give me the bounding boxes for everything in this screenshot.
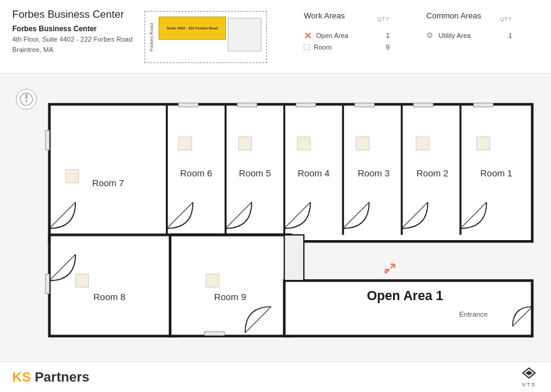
svg-rect-42: [239, 137, 252, 150]
vts-text: VTS: [522, 382, 536, 388]
svg-rect-29: [473, 103, 493, 107]
open-area-label: Open Area 1: [367, 288, 443, 303]
room9-label: Room 9: [214, 292, 246, 302]
legend-item-open-area: Open Area 1: [304, 31, 389, 40]
room7-label: Room 7: [92, 178, 124, 188]
svg-rect-33: [238, 103, 257, 107]
svg-marker-2: [25, 99, 28, 104]
svg-rect-30: [413, 103, 433, 107]
legend-item-utility: ⚙ Utility Area 1: [426, 31, 512, 40]
open-area-label: Open Area: [316, 32, 348, 39]
svg-rect-38: [477, 137, 490, 150]
svg-rect-35: [45, 130, 49, 150]
common-areas-qty-header: QTY: [500, 16, 512, 22]
svg-rect-45: [75, 274, 88, 287]
ks-partners-logo: KS Partners: [12, 369, 89, 385]
svg-rect-44: [66, 170, 78, 183]
utility-label: Utility Area: [438, 32, 471, 39]
svg-rect-39: [416, 137, 429, 150]
svg-rect-43: [179, 137, 192, 150]
room-qty: 9: [386, 43, 389, 51]
main-title: Forbes Business Center: [12, 9, 132, 21]
svg-rect-32: [296, 103, 316, 107]
room4-label: Room 4: [298, 168, 329, 178]
room3-label: Room 3: [358, 168, 389, 178]
svg-rect-37: [204, 331, 224, 335]
open-area-qty: 1: [386, 32, 389, 39]
vts-symbol: [519, 367, 539, 380]
entrance-label: Entrance: [459, 310, 488, 318]
utility-qty: 1: [508, 32, 512, 39]
work-areas-header: Work Areas QTY: [304, 11, 389, 26]
address-line2: Braintree, MA: [12, 46, 53, 53]
compass: N: [16, 89, 37, 110]
room-label: Room: [313, 43, 331, 51]
room5-label: Room 5: [239, 168, 271, 178]
svg-rect-6: [170, 235, 291, 336]
common-areas-header: Common Areas QTY: [426, 11, 512, 26]
legend-item-room: Room 9: [304, 43, 389, 51]
room2-label: Room 2: [416, 168, 448, 178]
svg-text:N: N: [25, 93, 28, 97]
mini-plan-road-label: Forbes Road: [145, 12, 157, 62]
svg-rect-34: [179, 103, 198, 107]
footer: KS Partners VTS: [0, 361, 551, 392]
mini-plan-highlight: Suite 4402 - 222 Forbes Road: [159, 17, 226, 40]
room8-label: Room 8: [94, 292, 126, 302]
address: 4th Floor, Suite 4402 - 222 Forbes Road …: [12, 34, 132, 55]
work-areas-title: Work Areas: [304, 11, 345, 20]
svg-rect-31: [354, 103, 374, 107]
legend: Work Areas QTY Open Area 1 Room 9: [304, 11, 539, 55]
mini-plan-right-section: [228, 18, 261, 51]
svg-rect-40: [356, 137, 369, 150]
sub-title: Forbes Business Center: [12, 24, 132, 33]
floorplan-svg: Room 1 Room 2 Room 3 Room 4 Room 5 Room …: [43, 92, 539, 358]
utility-icon: ⚙: [426, 31, 435, 40]
title-block: Forbes Business Center Forbes Business C…: [12, 9, 132, 55]
compass-icon: N: [20, 92, 33, 106]
mini-plan-text: Suite 4402 - 222 Forbes Road: [167, 26, 218, 30]
ks-initials: KS: [12, 369, 31, 385]
open-area-expand-icon: [386, 264, 395, 273]
common-areas-title: Common Areas: [426, 11, 481, 20]
svg-rect-41: [298, 137, 310, 150]
partners-text: Partners: [31, 369, 89, 385]
work-areas-section: Work Areas QTY Open Area 1 Room 9: [304, 11, 389, 55]
open-area-icon: [304, 31, 312, 40]
common-areas-section: Common Areas QTY ⚙ Utility Area 1: [426, 11, 512, 55]
floorplan-container: Room 1 Room 2 Room 3 Room 4 Room 5 Room …: [43, 92, 539, 358]
vts-logo: VTS: [519, 367, 539, 388]
address-line1: 4th Floor, Suite 4402 - 222 Forbes Road: [12, 36, 132, 43]
work-areas-qty-header: QTY: [377, 16, 389, 22]
room1-label: Room 1: [481, 168, 512, 178]
room6-label: Room 6: [180, 168, 212, 178]
svg-marker-55: [525, 371, 533, 375]
svg-rect-28: [284, 235, 304, 281]
svg-rect-5: [50, 235, 177, 336]
svg-rect-36: [45, 274, 49, 293]
svg-rect-46: [206, 274, 219, 287]
header: Forbes Business Center Forbes Business C…: [0, 0, 551, 74]
room-icon: [304, 44, 310, 50]
mini-floor-plan: Forbes Road Suite 4402 - 222 Forbes Road: [144, 11, 267, 63]
